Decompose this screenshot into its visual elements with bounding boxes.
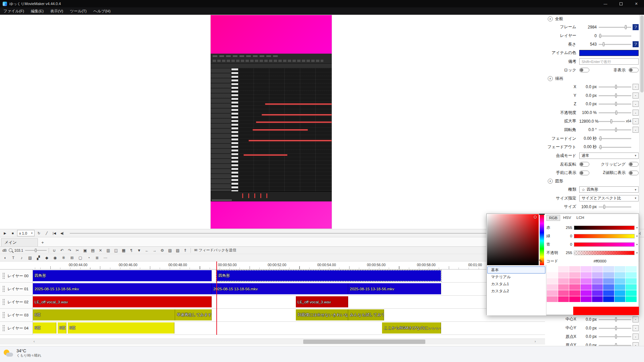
fadein-slider[interactable] [599, 136, 631, 141]
copy-icon[interactable]: ▣ [82, 247, 88, 253]
green-value[interactable]: 0 [562, 234, 572, 238]
palette-swatch[interactable] [592, 266, 603, 272]
settings-icon[interactable]: ⚙ [159, 247, 165, 253]
palette-swatch[interactable] [603, 284, 614, 290]
playhead[interactable] [216, 261, 217, 335]
prev-frame-button[interactable]: ◀| [59, 230, 65, 236]
palette-swatch[interactable] [558, 272, 569, 278]
x-value[interactable]: 0.0 px [579, 84, 599, 89]
fadeout-slider[interactable] [599, 145, 631, 149]
blue-slider[interactable] [574, 242, 635, 247]
centerx-value[interactable]: 0.0 px [579, 317, 599, 322]
length-value[interactable]: 543 [579, 42, 599, 47]
split-icon[interactable]: ◫ [113, 247, 119, 253]
hue-strip[interactable] [540, 214, 544, 265]
palette-swatch[interactable] [581, 278, 592, 284]
hue-cursor[interactable] [539, 214, 545, 215]
drag-handle-icon[interactable] [2, 312, 5, 318]
timeline-clip[interactable]: みんなも試してみて [348, 309, 384, 320]
palette-swatch[interactable] [569, 284, 580, 290]
timeline-clip[interactable]: 2025-08-15 13-18-56.mkv [348, 283, 441, 294]
tab-main[interactable]: メイン [1, 238, 38, 246]
centerx-slider[interactable] [599, 317, 631, 322]
palette-swatch[interactable] [603, 296, 614, 302]
scale-minus-button[interactable]: - [633, 118, 639, 124]
lock-icon[interactable]: ▥ [105, 247, 111, 253]
redo-icon[interactable]: ↷ [66, 247, 73, 253]
originx-value[interactable]: 0.0 px [579, 334, 599, 339]
color-mode-tab[interactable]: RGB [546, 215, 560, 221]
timeline-horizontal-scrollbar[interactable]: ‹ › [0, 339, 639, 345]
eyedropper-icon[interactable]: ✎ [539, 258, 542, 263]
z-value[interactable]: 0.0 px [579, 102, 599, 106]
frame-slider[interactable] [599, 25, 631, 29]
spinner-icon[interactable]: ▾ [636, 226, 638, 229]
spinner-icon[interactable]: ▾ [636, 235, 638, 238]
spinner-icon[interactable]: ▾ [636, 243, 638, 246]
centery-value[interactable]: 0.0 px [579, 326, 599, 330]
centery-slider[interactable] [599, 326, 631, 330]
scrollbar-thumb[interactable] [303, 340, 425, 344]
loop-button[interactable]: ↻ [36, 230, 42, 236]
palette-swatch[interactable] [569, 278, 580, 284]
undo-icon[interactable]: ↶ [59, 247, 65, 253]
sizespec-dropdown[interactable]: サイズとアスペクト比 [579, 195, 639, 201]
palette-swatch[interactable] [547, 290, 558, 296]
palette-swatch[interactable] [626, 278, 637, 284]
scale-slider[interactable] [599, 119, 625, 124]
palette-swatch[interactable] [626, 290, 637, 296]
audio-item-icon[interactable]: ♪ [18, 254, 25, 261]
frame-f-button[interactable]: フ [633, 24, 639, 30]
palette-swatch[interactable] [614, 290, 626, 296]
originx-slider[interactable] [599, 334, 631, 339]
collapse-icon[interactable]: ∧ [548, 76, 553, 81]
weather-widget[interactable]: 34°C くもり時々晴れ [3, 348, 41, 358]
palette-swatch[interactable] [603, 278, 614, 284]
play-button[interactable]: ▶ [2, 230, 8, 236]
more-icon[interactable]: ⋯ [102, 254, 109, 261]
palette-swatch[interactable] [581, 290, 592, 296]
palette-swatch[interactable] [569, 296, 580, 302]
red-slider[interactable] [574, 226, 635, 230]
palette-swatch[interactable] [581, 284, 592, 290]
layer-label-0[interactable]: レイヤー 00 [0, 269, 33, 282]
timeline-clip-selected[interactable]: 四角形 [216, 270, 441, 281]
palette-swatch[interactable] [592, 278, 603, 284]
palette-swatch[interactable] [603, 266, 614, 272]
layer-label-2[interactable]: レイヤー 02 [0, 296, 33, 308]
scale-value[interactable]: 12800.0 % [579, 119, 599, 124]
text-item-icon[interactable]: T [10, 254, 16, 261]
layer-value[interactable]: 0 [579, 34, 599, 38]
timeline-zoom-slider[interactable] [25, 248, 47, 253]
length-f-button[interactable]: フ [633, 41, 639, 47]
menu-help[interactable]: ヘルプ(H) [90, 7, 114, 15]
palette-swatch[interactable] [626, 266, 637, 272]
clipping-toggle[interactable] [629, 162, 639, 167]
rotation-minus-button[interactable]: - [633, 127, 639, 133]
frame-value[interactable]: 2984 [579, 25, 599, 29]
section-draw[interactable]: ∧ 描画 [545, 74, 639, 82]
lock-toggle[interactable] [579, 68, 589, 72]
add-tab-button[interactable]: + [38, 238, 47, 246]
drag-handle-icon[interactable] [2, 325, 5, 331]
grid-icon[interactable]: ▦ [120, 247, 127, 253]
timeline-clip[interactable]: ここからBGMさびなのにぃぃぃぃ... [382, 322, 441, 334]
x-minus-button[interactable]: - [633, 84, 639, 90]
scene-item-icon[interactable]: ⊞ [69, 254, 75, 261]
note-input[interactable] [579, 58, 639, 65]
palette-swatch[interactable] [558, 266, 569, 272]
template-item-icon[interactable]: ≣ [94, 254, 100, 261]
scroll-left-icon[interactable]: ‹ [34, 340, 35, 343]
palette-swatch[interactable] [547, 296, 558, 302]
timer-item-icon[interactable]: ◔ [86, 254, 92, 261]
palette-swatch[interactable] [547, 266, 558, 272]
prev-item-button[interactable]: |◀ [51, 230, 58, 236]
stop-button[interactable]: ■ [9, 230, 16, 236]
palette-swatch[interactable] [626, 284, 637, 290]
palette-swatch[interactable] [614, 278, 626, 284]
palette-swatch[interactable] [558, 296, 569, 302]
image-item-icon[interactable]: ▧ [27, 254, 33, 261]
palette-swatch[interactable] [614, 284, 626, 290]
section-shape[interactable]: ∧ 図形 [545, 177, 639, 185]
maximize-button[interactable] [613, 0, 629, 7]
